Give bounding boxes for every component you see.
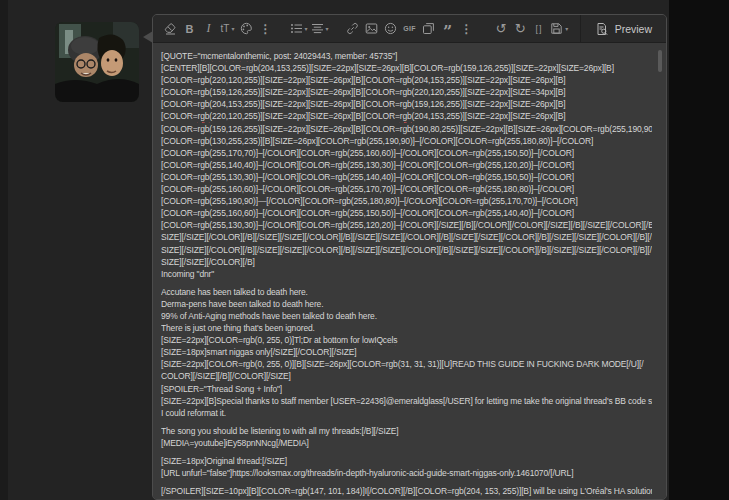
editor-line: SIZE][/SIZE][/COLOR][/B]	[161, 256, 652, 268]
editor-line: [COLOR=rgb(255,160,60)]–[/COLOR][COLOR=r…	[161, 207, 652, 219]
toolbar-group: BItT▾⋮	[161, 18, 275, 40]
editor-line: [COLOR=rgb(255,140,40)]–[/COLOR][COLOR=r…	[161, 159, 652, 171]
editor-line: SIZE][/SIZE][/COLOR][/B][/SIZE][/SIZE][/…	[161, 244, 652, 256]
undo-button[interactable]: ↺	[493, 18, 509, 40]
editor-line: [URL unfurl="false"]https://looksmax.org…	[161, 467, 652, 479]
more-text-options-button[interactable]: ⋮	[258, 18, 274, 40]
toolbar-left-groups: BItT▾⋮▾▾GIF”⋮	[161, 18, 476, 40]
bbcode-editor[interactable]: [QUOTE="mcmentalonthemic, post: 24029443…	[153, 43, 666, 499]
undo-icon: ↺	[496, 21, 507, 36]
insert-image-button[interactable]	[364, 18, 380, 40]
editor-line: Incoming "dnr"	[161, 268, 652, 280]
vertical-dots-icon: ⋮	[461, 22, 473, 36]
vertical-dots-icon: ⋮	[260, 22, 272, 36]
palette-icon	[240, 22, 253, 35]
link-icon	[346, 22, 359, 35]
editor-line: [/SPOILER][SIZE=10px][B][COLOR=rgb(147, …	[161, 485, 652, 497]
editor-line: SIZE][/SIZE][/COLOR][/B][/SIZE][/SIZE][/…	[161, 231, 652, 243]
dropdown-caret-icon: ▾	[565, 25, 568, 32]
dropdown-caret-icon: ▾	[326, 25, 329, 32]
reply-composer: BItT▾⋮▾▾GIF”⋮ ↺↻[]▾ Preview [QUOTE="mcme…	[152, 14, 667, 500]
editor-line: Accutane has been talked to death here.	[161, 286, 652, 298]
toolbar-group: ▾▾	[288, 18, 330, 40]
editor-line: [SIZE=22px][B]Special thanks to staff me…	[161, 395, 652, 407]
bbcode-brackets-icon: []	[536, 24, 543, 34]
insert-gif-button[interactable]: GIF	[402, 18, 418, 40]
editor-line: [QUOTE="mcmentalonthemic, post: 24029443…	[161, 50, 652, 62]
redo-button[interactable]: ↻	[512, 18, 528, 40]
dropdown-caret-icon: ▾	[305, 25, 308, 32]
editor-line: There is just one thing that's been igno…	[161, 322, 652, 334]
preview-label: Preview	[615, 23, 652, 35]
font-size-button[interactable]: tT▾	[220, 18, 236, 40]
align-icon	[311, 22, 324, 35]
editor-line: [SIZE=22px][COLOR=rgb(0, 255, 0)]Tl;Dr a…	[161, 334, 652, 346]
page-right-gutter	[669, 0, 729, 500]
editor-toolbar: BItT▾⋮▾▾GIF”⋮ ↺↻[]▾ Preview	[153, 15, 666, 43]
page-left-gutter	[0, 0, 8, 500]
preview-document-icon	[595, 22, 609, 36]
editor-line: [CENTER][B][COLOR=rgb(204,153,255)][SIZE…	[161, 62, 652, 74]
editor-line: [COLOR=rgb(159,126,255)][SIZE=22px][SIZE…	[161, 86, 652, 98]
editor-line: COLOR][/SIZE][/B][/COLOR][/SIZE]	[161, 370, 652, 382]
smilies-button[interactable]	[383, 18, 399, 40]
dropdown-caret-icon: ▾	[231, 25, 234, 32]
editor-line: 99% of Anti-Aging methods have been talk…	[161, 310, 652, 322]
drafts-button[interactable]: ▾	[550, 18, 568, 40]
editor-line: The song you should be listening to with…	[161, 425, 652, 437]
toolbar-right-group: ↺↻[]▾	[492, 18, 570, 40]
smiley-icon	[384, 22, 397, 35]
editor-line: as an example during this guide, there w…	[161, 497, 652, 499]
italic-button[interactable]: I	[201, 18, 217, 40]
more-insert-options-button[interactable]: ⋮	[459, 18, 475, 40]
editor-line: I could reformat it.	[161, 407, 652, 419]
editor-line: [COLOR=rgb(130,255,235)][B][SIZE=26px][C…	[161, 135, 652, 147]
forum-reply-editor-page: { "page": { "background": "#232323" }, "…	[0, 0, 729, 500]
insert-media-button[interactable]	[421, 18, 437, 40]
alignment-button[interactable]: ▾	[311, 18, 329, 40]
preview-button[interactable]: Preview	[580, 15, 666, 42]
toggle-bbcode-button[interactable]: []	[531, 18, 547, 40]
image-icon	[365, 22, 378, 35]
media-icon	[422, 22, 435, 35]
redo-icon: ↻	[515, 21, 526, 36]
insert-link-button[interactable]	[345, 18, 361, 40]
editor-line: Derma-pens have been talked to death her…	[161, 298, 652, 310]
editor-line: [SIZE=18px]smart niggas only[/SIZE][/COL…	[161, 346, 652, 358]
editor-line: [COLOR=rgb(204,153,255)][SIZE=22px][SIZE…	[161, 98, 652, 110]
toolbar-group: GIF”⋮	[343, 18, 476, 40]
editor-line: [COLOR=rgb(255,170,70)]–[/COLOR][COLOR=r…	[161, 147, 652, 159]
font-size-icon: tT	[221, 23, 230, 34]
editor-line: [COLOR=rgb(220,120,255)][SIZE=22px][SIZE…	[161, 74, 652, 86]
bold-icon: B	[186, 23, 194, 35]
list-button[interactable]: ▾	[290, 18, 308, 40]
editor-line: [SPOILER="Thread Song + Info"]	[161, 383, 652, 395]
editor-line: [COLOR=rgb(255,130,30)]–[/COLOR][COLOR=r…	[161, 171, 652, 183]
text-color-button[interactable]	[239, 18, 255, 40]
gif-icon: GIF	[403, 25, 416, 32]
quote-icon: ”	[443, 23, 452, 34]
editor-line: [SIZE=18px]Original thread:[/SIZE]	[161, 455, 652, 467]
italic-icon: I	[207, 21, 211, 36]
bold-button[interactable]: B	[182, 18, 198, 40]
user-avatar[interactable]	[55, 22, 139, 102]
eraser-icon	[164, 22, 177, 35]
save-icon	[550, 22, 563, 35]
editor-line: [COLOR=rgb(159,126,255)][SIZE=22px][SIZE…	[161, 123, 652, 135]
list-icon	[290, 22, 303, 35]
editor-content: [QUOTE="mcmentalonthemic, post: 24029443…	[161, 50, 652, 499]
editor-line: [SIZE=22px][COLOR=rgb(0, 255, 0)][B][SIZ…	[161, 358, 652, 370]
editor-line: [COLOR=rgb(255,190,90)]—[/COLOR][COLOR=r…	[161, 195, 652, 207]
avatar-photo	[55, 22, 139, 102]
editor-line: [COLOR=rgb(220,120,255)][SIZE=22px][SIZE…	[161, 110, 652, 122]
editor-line: [COLOR=rgb(255,130,30)]–[/COLOR][COLOR=r…	[161, 219, 652, 231]
editor-line: [COLOR=rgb(255,160,60)]–[/COLOR][COLOR=r…	[161, 183, 652, 195]
insert-quote-button[interactable]: ”	[440, 18, 456, 40]
editor-scrollbar-thumb[interactable]	[658, 50, 662, 72]
editor-line: [MEDIA=youtube]iEy58pnNNcg[/MEDIA]	[161, 437, 652, 449]
remove-format-button[interactable]	[163, 18, 179, 40]
